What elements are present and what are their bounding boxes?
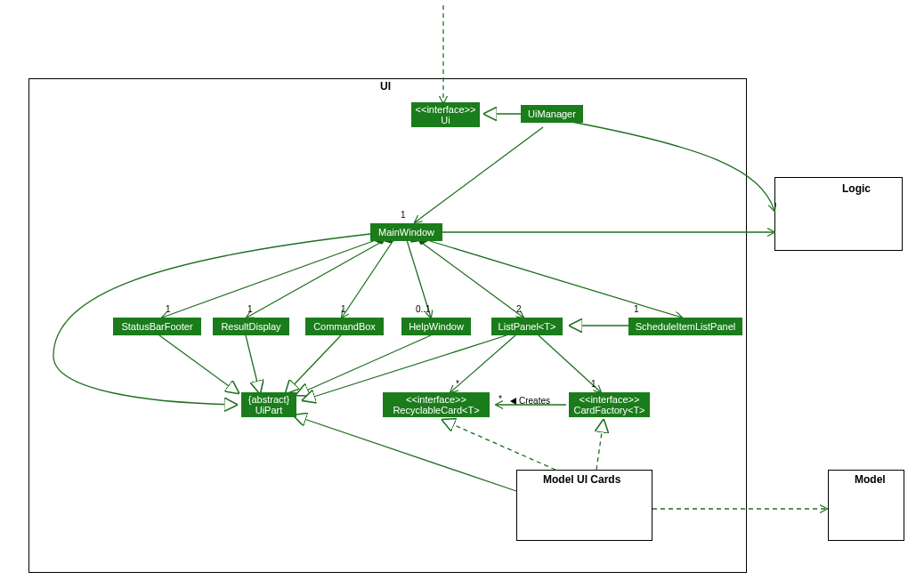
label-creates: Creates (510, 396, 550, 406)
recyclable-card-stereotype: <<interface>> (406, 394, 466, 405)
diagram-stage: UI Logic Model UI Cards Model (0, 0, 916, 588)
schedule-item-list-panel-name: ScheduleItemListPanel (636, 321, 736, 332)
node-help-window: HelpWindow (401, 318, 471, 335)
list-panel-name: ListPanel<T> (499, 321, 556, 332)
result-display-name: ResultDisplay (221, 321, 280, 332)
mult-cardfactory-1: 1 (591, 379, 596, 389)
status-bar-footer-name: StatusBarFooter (121, 321, 192, 332)
package-logic (774, 177, 903, 251)
command-box-name: CommandBox (313, 321, 376, 332)
node-ui-part: {abstract} UiPart (241, 392, 296, 417)
ui-interface-name: Ui (441, 115, 450, 125)
mult-creates-star: * (499, 394, 502, 404)
ui-manager-name: UiManager (528, 109, 576, 119)
mult-recyclable-star: * (456, 379, 459, 389)
recyclable-card-name: RecyclableCard<T> (393, 405, 479, 415)
package-model-title: Model (855, 473, 886, 486)
mult-helpwindow: 0..1 (416, 304, 431, 314)
mult-resultdisplay: 1 (247, 304, 253, 314)
node-main-window: MainWindow (370, 223, 442, 241)
ui-part-stereotype: {abstract} (248, 394, 289, 405)
ui-interface-stereotype: <<interface>> (416, 104, 476, 115)
package-logic-title: Logic (842, 182, 871, 195)
mult-mainwindow: 1 (401, 210, 406, 220)
mult-listpanel: 2 (516, 304, 522, 314)
node-ui-manager: UiManager (521, 105, 583, 123)
node-card-factory: <<interface>> CardFactory<T> (569, 392, 650, 417)
node-list-panel: ListPanel<T> (491, 318, 563, 335)
creates-direction-icon (510, 398, 516, 405)
node-ui-interface: <<interface>> Ui (411, 102, 480, 127)
node-command-box: CommandBox (305, 318, 384, 335)
node-recyclable-card: <<interface>> RecyclableCard<T> (383, 392, 490, 417)
package-model-ui-cards-title: Model UI Cards (543, 473, 620, 486)
help-window-name: HelpWindow (409, 321, 464, 332)
node-schedule-item-list-panel: ScheduleItemListPanel (628, 318, 742, 335)
mult-commandbox: 1 (341, 304, 346, 314)
node-status-bar-footer: StatusBarFooter (113, 318, 201, 335)
ui-part-name: UiPart (255, 405, 283, 415)
card-factory-name: CardFactory<T> (573, 405, 644, 415)
card-factory-stereotype: <<interface>> (580, 394, 640, 405)
label-creates-text: Creates (519, 396, 550, 406)
main-window-name: MainWindow (378, 227, 434, 238)
package-ui-title: UI (380, 80, 391, 93)
mult-scheduleitemlistpanel: 1 (634, 304, 639, 314)
node-result-display: ResultDisplay (213, 318, 289, 335)
mult-statusbarfooter: 1 (166, 304, 171, 314)
